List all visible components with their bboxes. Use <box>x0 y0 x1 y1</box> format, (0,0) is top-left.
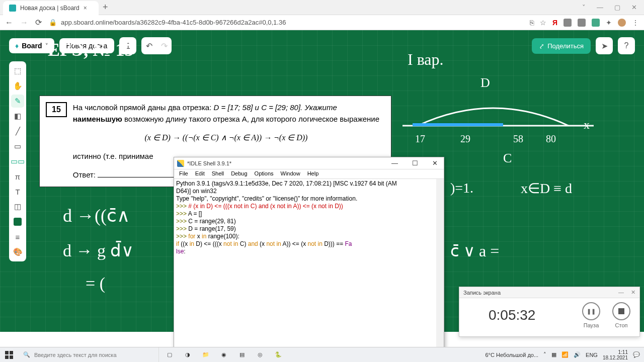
browser-tab[interactable]: Новая доска | sBoard × <box>3 1 99 15</box>
idle-minimize-icon[interactable]: ― <box>388 159 401 167</box>
shapes-tool[interactable]: ◫ <box>11 200 24 213</box>
hw-d: D <box>480 75 490 90</box>
share-icon: ⤤ <box>539 42 544 50</box>
pen-tool[interactable]: ✎ <box>11 95 24 108</box>
task-view-button[interactable]: ▢ <box>161 347 178 363</box>
eraser-tool[interactable]: ◧ <box>11 110 24 123</box>
idle-menu-shell[interactable]: Shell <box>209 169 227 178</box>
idle-menu-debug[interactable]: Debug <box>228 169 250 178</box>
avatar-icon[interactable] <box>618 19 626 27</box>
back-button[interactable]: ← <box>5 18 13 27</box>
ext-icon-3[interactable] <box>592 19 600 27</box>
extension-icons: ⎘ ☆ Я ✦ ⋮ <box>530 19 639 27</box>
maximize-icon[interactable]: ▢ <box>614 4 620 11</box>
idle-scrollbar[interactable] <box>436 179 444 362</box>
problem-number: 15 <box>46 102 67 117</box>
hw-eq5: = ( <box>86 274 105 293</box>
svg-rect-4 <box>5 355 9 359</box>
math-tool[interactable]: π <box>11 170 24 183</box>
idle-close-icon[interactable]: ✕ <box>429 159 441 167</box>
idle-menubar: File Edit Shell Debug Options Window Hel… <box>174 169 444 179</box>
minimize-icon[interactable]: ― <box>597 4 603 11</box>
rect-tool[interactable]: ▭ <box>11 140 24 153</box>
fill-color-tool[interactable] <box>11 215 24 228</box>
hw-eq1: )=1. <box>450 180 473 196</box>
hand-tool[interactable]: ✋ <box>11 79 24 93</box>
taskbar-app-2[interactable]: 📁 <box>197 347 214 363</box>
idle-titlebar[interactable]: *IDLE Shell 3.9.1* ― ☐ ✕ <box>174 157 444 169</box>
recording-titlebar[interactable]: Запись экрана ― ✕ <box>459 287 639 298</box>
taskbar-app-6[interactable]: 🐍 <box>270 347 287 363</box>
tray-wifi-icon[interactable]: 📶 <box>561 351 569 358</box>
taskbar-app-4[interactable]: ▤ <box>233 347 251 363</box>
select-tool[interactable]: ⬚ <box>11 64 24 77</box>
problem-formula: (x ∈ D) → ((¬(x ∈ C) ∧ ¬(x ∈ A)) → ¬(x ∈… <box>73 132 379 144</box>
tab-close-icon[interactable]: × <box>84 5 87 12</box>
tray-icon-1[interactable]: ▦ <box>551 351 556 358</box>
idle-menu-help[interactable]: Help <box>304 169 322 178</box>
hw-80: 80 <box>546 133 556 145</box>
taskbar-search[interactable]: 🔍 Введите здесь текст для поиска <box>18 347 159 363</box>
hw-eq3: d →((c̄∧ <box>63 205 130 226</box>
idle-text-area[interactable]: Python 3.9.1 (tags/v3.9.1:1e5d33e, Dec 7… <box>174 179 444 362</box>
hw-x: x <box>584 118 590 132</box>
start-button[interactable] <box>0 347 18 363</box>
idle-menu-window[interactable]: Window <box>278 169 303 178</box>
idle-maximize-icon[interactable]: ☐ <box>409 159 421 167</box>
close-icon[interactable]: ✕ <box>631 4 637 11</box>
yandex-icon[interactable]: Я <box>552 19 557 27</box>
text-tool[interactable]: T <box>11 185 24 198</box>
tray-sound-icon[interactable]: 🔊 <box>574 351 581 358</box>
stop-button[interactable]: Стоп <box>612 302 630 328</box>
redo-button[interactable]: ↷ <box>156 37 172 54</box>
tray-clock[interactable]: 1:11 18.12.2021 <box>603 349 628 360</box>
ext-icon-1[interactable] <box>564 19 572 27</box>
help-button[interactable]: ? <box>618 37 635 54</box>
install-icon[interactable]: ⎘ <box>530 19 534 27</box>
tray-chevron-icon[interactable]: ˄ <box>543 351 546 358</box>
idle-menu-options[interactable]: Options <box>252 169 277 178</box>
idle-window[interactable]: *IDLE Shell 3.9.1* ― ☐ ✕ File Edit Shell… <box>174 157 444 362</box>
undo-button[interactable]: ↶ <box>141 37 156 54</box>
bookmark-icon[interactable]: ☆ <box>540 19 546 27</box>
cursor-mode-button[interactable]: ➤ <box>596 37 613 54</box>
address-bar[interactable]: 🔒 app.sboard.online/boards/a36282c9-4fba… <box>49 19 523 26</box>
taskbar-app-3[interactable]: ◉ <box>215 347 232 363</box>
kebab-icon[interactable]: ⋮ <box>632 19 639 27</box>
screen-recording-widget[interactable]: Запись экрана ― ✕ 0:05:32 ❚❚ Пауза Стоп <box>459 287 640 337</box>
hw-eq6: c̄ ∨ a = <box>450 241 499 260</box>
lines-tool[interactable]: ≡ <box>11 230 24 243</box>
rec-minimize-icon[interactable]: ― <box>618 289 624 296</box>
idle-menu-edit[interactable]: Edit <box>192 169 208 178</box>
logo-icon: ♦ <box>15 42 19 50</box>
pause-icon: ❚❚ <box>587 308 596 315</box>
pause-button[interactable]: ❚❚ Пауза <box>582 302 600 328</box>
tool-palette: ⬚ ✋ ✎ ◧ ╱ ▭ ▭▭ π T ◫ ≡ 🎨 <box>9 61 26 261</box>
hw-17: 17 <box>415 133 425 145</box>
puzzle-icon[interactable]: ✦ <box>606 19 612 27</box>
number-line-sketch <box>403 96 604 146</box>
taskbar-app-5[interactable]: ◎ <box>252 347 269 363</box>
ext-icon-2[interactable] <box>578 19 586 27</box>
idle-menu-file[interactable]: File <box>176 169 191 178</box>
tray-lang[interactable]: ENG <box>586 352 598 358</box>
line-tool[interactable]: ╱ <box>11 125 24 138</box>
hw-c: C <box>503 151 512 166</box>
reload-button[interactable]: ⟳ <box>35 18 42 27</box>
sboard-canvas[interactable]: ♦Board ˅ Новая доска ↥ ↶ ↷ ⤤ Поделиться … <box>0 30 644 332</box>
chrome-menu-icon[interactable]: ˅ <box>582 4 586 11</box>
share-button[interactable]: ⤤ Поделиться <box>532 38 591 54</box>
forward-button[interactable]: → <box>20 18 28 27</box>
svg-rect-2 <box>5 351 9 354</box>
tray-notification-icon[interactable]: 💬 <box>633 351 640 358</box>
palette-tool[interactable]: 🎨 <box>11 245 24 258</box>
python-icon <box>177 160 184 167</box>
browser-tab-strip: Новая доска | sBoard × + ˅ ― ▢ ✕ <box>0 0 644 15</box>
browser-toolbar: ← → ⟳ 🔒 app.sboard.online/boards/a36282c… <box>0 15 644 30</box>
weather-widget[interactable]: 6°C Небольшой до... <box>485 352 538 358</box>
new-tab-button[interactable]: + <box>103 2 108 13</box>
taskbar-app-1[interactable]: ◑ <box>179 347 196 363</box>
book-tool[interactable]: ▭▭ <box>11 155 24 168</box>
rec-close-icon[interactable]: ✕ <box>631 289 635 296</box>
lock-icon: 🔒 <box>49 19 57 26</box>
